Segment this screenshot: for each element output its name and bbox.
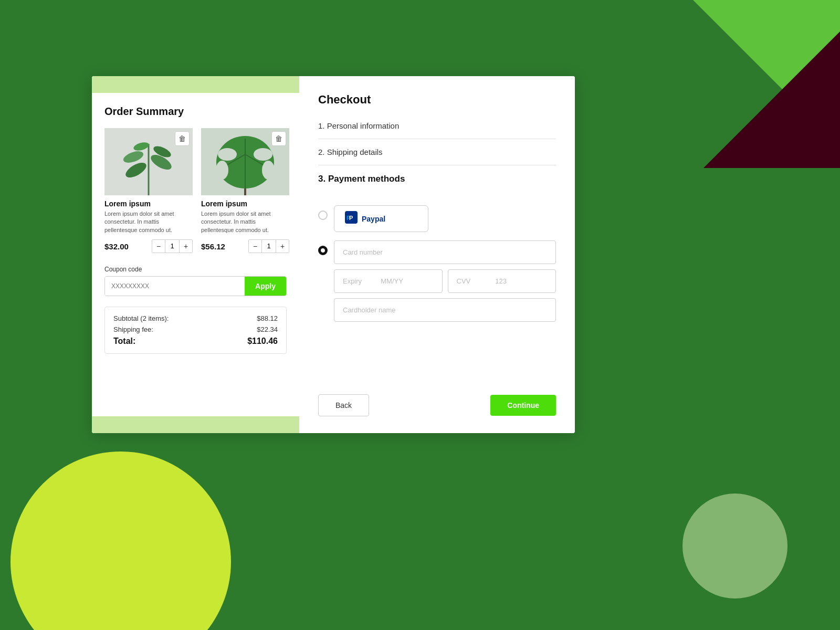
svg-point-9 bbox=[218, 148, 237, 161]
step-1: 1. Personal information bbox=[318, 121, 556, 139]
payment-options: P P Paypal bbox=[318, 205, 556, 384]
step-2-number: 2. bbox=[318, 148, 327, 156]
subtotal-row: Subtotal (2 items): $88.12 bbox=[113, 314, 278, 322]
product-price-1: $32.00 bbox=[104, 242, 148, 251]
shipping-row: Shipping fee: $22.34 bbox=[113, 326, 278, 333]
qty-control-2: − 1 + bbox=[248, 239, 289, 253]
coupon-label: Coupon code bbox=[104, 266, 287, 273]
product-desc-1: Lorem ipsum dolor sit amet consectetur. … bbox=[104, 210, 193, 234]
back-button[interactable]: Back bbox=[318, 394, 369, 416]
step-2-label: Shipping details bbox=[327, 148, 383, 156]
qty-control-1: − 1 + bbox=[152, 239, 193, 253]
qty-decrease-2[interactable]: − bbox=[249, 240, 261, 253]
product-image-2: 🗑 bbox=[201, 128, 289, 195]
product-cards: 🗑 Lorem ipsum Lorem ipsum dolor sit amet… bbox=[104, 128, 287, 253]
card-option bbox=[318, 240, 556, 322]
card-radio[interactable] bbox=[318, 246, 328, 255]
step-1-label: Personal information bbox=[327, 121, 400, 130]
step-3: 3. Payment methods bbox=[318, 174, 556, 193]
product-card-1: 🗑 Lorem ipsum Lorem ipsum dolor sit amet… bbox=[104, 128, 193, 253]
product-price-2: $56.12 bbox=[201, 242, 244, 251]
product-name-2: Lorem ipsum bbox=[201, 200, 289, 208]
apply-button[interactable]: Apply bbox=[245, 277, 286, 296]
qty-increase-2[interactable]: + bbox=[276, 240, 289, 253]
cardholder-input[interactable] bbox=[334, 298, 556, 322]
svg-point-10 bbox=[254, 148, 272, 161]
qty-value-2: 1 bbox=[261, 240, 276, 253]
bottom-buttons: Back Continue bbox=[318, 394, 556, 416]
subtotal-value: $88.12 bbox=[257, 314, 278, 322]
product-desc-2: Lorem ipsum dolor sit amet consectetur. … bbox=[201, 210, 289, 234]
subtotal-label: Subtotal (2 items): bbox=[113, 314, 169, 322]
checkout-panel: Checkout 1. Personal information 2. Ship… bbox=[299, 76, 575, 433]
order-totals: Subtotal (2 items): $88.12 Shipping fee:… bbox=[104, 307, 287, 354]
step-3-label: Payment methods bbox=[328, 174, 405, 184]
paypal-option: P P Paypal bbox=[318, 205, 556, 232]
continue-button[interactable]: Continue bbox=[490, 395, 556, 416]
paypal-label: Paypal bbox=[362, 215, 385, 223]
svg-point-11 bbox=[216, 161, 228, 180]
expiry-input[interactable] bbox=[334, 269, 443, 293]
total-label: Total: bbox=[113, 337, 135, 346]
shipping-label: Shipping fee: bbox=[113, 326, 153, 333]
total-row: Total: $110.46 bbox=[113, 337, 278, 346]
product-image-1: 🗑 bbox=[104, 128, 193, 195]
bg-light-circle bbox=[682, 494, 788, 598]
total-value: $110.46 bbox=[247, 337, 278, 346]
card-fields bbox=[334, 240, 556, 322]
coupon-section: Coupon code Apply bbox=[104, 266, 287, 296]
product-card-2: 🗑 Lorem ipsum Lorem ipsum dolor sit amet… bbox=[201, 128, 289, 253]
svg-text:P: P bbox=[349, 215, 353, 221]
checkout-title: Checkout bbox=[318, 93, 556, 107]
product-name-1: Lorem ipsum bbox=[104, 200, 193, 208]
step-2: 2. Shipping details bbox=[318, 148, 556, 165]
bg-yellow-circle bbox=[10, 452, 231, 630]
qty-value-1: 1 bbox=[165, 240, 180, 253]
qty-increase-1[interactable]: + bbox=[180, 240, 192, 253]
paypal-radio[interactable] bbox=[318, 211, 328, 220]
svg-point-12 bbox=[262, 161, 275, 180]
paypal-icon: P P bbox=[345, 211, 358, 226]
left-footer-bar bbox=[92, 416, 299, 433]
card-number-input[interactable] bbox=[334, 240, 556, 264]
order-summary-title: Order Summary bbox=[104, 106, 287, 118]
left-header-bar bbox=[92, 76, 299, 93]
delete-button-2[interactable]: 🗑 bbox=[271, 131, 286, 146]
step-3-number: 3. bbox=[318, 174, 328, 184]
paypal-box[interactable]: P P Paypal bbox=[334, 205, 428, 232]
step-1-number: 1. bbox=[318, 121, 327, 130]
shipping-value: $22.34 bbox=[257, 326, 278, 333]
coupon-input[interactable] bbox=[105, 277, 245, 296]
order-summary-panel: Order Summary bbox=[92, 76, 299, 433]
delete-button-1[interactable]: 🗑 bbox=[175, 131, 190, 146]
qty-decrease-1[interactable]: − bbox=[152, 240, 165, 253]
coupon-row: Apply bbox=[104, 276, 287, 296]
cvv-input[interactable] bbox=[448, 269, 556, 293]
modal-card: Order Summary bbox=[92, 76, 575, 433]
